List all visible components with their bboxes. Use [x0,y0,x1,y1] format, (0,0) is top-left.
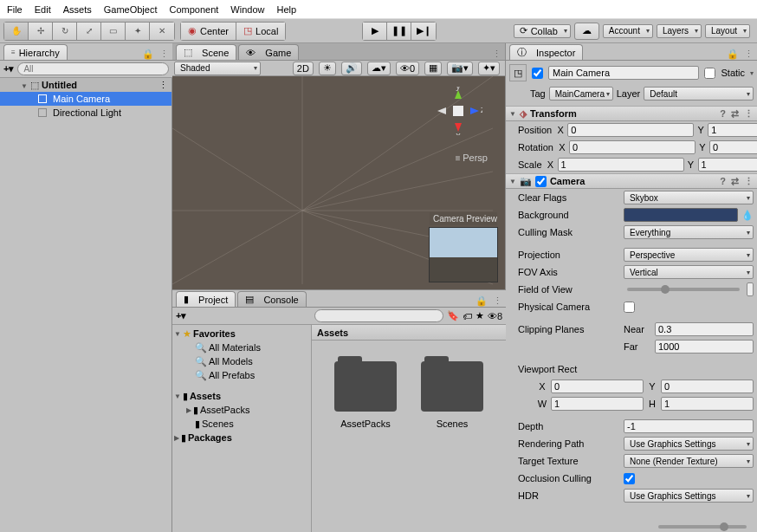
custom-tool[interactable]: ✕ [150,23,174,40]
panel-menu-icon[interactable]: ⋮ [159,49,169,60]
far-value[interactable] [655,340,754,354]
account-dropdown[interactable]: Account [603,24,653,38]
orientation-gizmo[interactable]: y z x [434,87,482,135]
fav-item[interactable]: 🔍 All Models [172,354,311,368]
scene-fx-toggle[interactable]: ☁▾ [367,62,391,75]
game-tab[interactable]: 👁 Game [238,44,299,60]
near-value[interactable] [655,322,754,336]
scl-y[interactable] [698,158,757,172]
camera-header[interactable]: ▼📷Camera?⇄⋮ [506,173,757,189]
fav-item[interactable]: 🔍 All Prefabs [172,368,311,382]
scene-camera-icon[interactable]: 📷▾ [447,62,473,75]
packages-row[interactable]: ▶ ▮ Packages [172,431,311,444]
gameobject-icon[interactable]: ◳ [509,64,527,81]
asset-child[interactable]: ▮ Scenes [172,417,311,431]
shading-dropdown[interactable]: Shaded [174,62,261,75]
help-icon[interactable]: ? [720,176,726,187]
scene-menu-icon[interactable]: ⋮ [159,80,168,91]
menu-window[interactable]: Window [230,4,264,15]
context-menu-icon[interactable]: ⋮ [744,176,754,187]
project-tab[interactable]: ▮ Project [176,291,236,307]
active-checkbox[interactable] [532,68,543,79]
scene-viewport[interactable]: y z x ≡ Persp Camera Preview [172,76,505,289]
fov-value[interactable] [747,282,754,296]
scene-row[interactable]: ▼ ⬚ Untitled ⋮ [0,78,171,92]
vp-x[interactable] [551,380,644,393]
rendering-path-dropdown[interactable]: Use Graphics Settings [624,437,754,451]
cloud-button[interactable]: ☁ [574,23,599,40]
menu-edit[interactable]: Edit [35,4,51,15]
asset-child[interactable]: ▶ ▮ AssetPacks [172,403,311,417]
assets-row[interactable]: ▼ ▮ Assets [172,389,311,403]
rot-x[interactable] [569,140,696,154]
assets-breadcrumb[interactable]: Assets [312,325,506,341]
tag-dropdown[interactable]: MainCamera [549,87,613,101]
hierarchy-search[interactable] [17,62,169,75]
hierarchy-item-directional-light[interactable]: Directional Light [0,106,171,120]
scene-light-toggle[interactable]: ☀ [319,62,336,75]
hidden-count[interactable]: 👁8 [488,311,502,321]
menu-assets[interactable]: Assets [63,4,92,15]
panel-lock-icon[interactable]: 🔒 [727,49,739,60]
menu-component[interactable]: Component [169,4,218,15]
clear-flags-dropdown[interactable]: Skybox [624,191,754,204]
physical-camera-checkbox[interactable] [624,302,635,313]
move-tool[interactable]: ✢ [29,23,53,40]
scl-x[interactable] [558,158,684,172]
mode-2d-button[interactable]: 2D [293,62,314,75]
asset-folder[interactable]: AssetPacks [333,361,398,429]
help-icon[interactable]: ? [720,108,726,120]
fav-item[interactable]: 🔍 All Materials [172,341,311,354]
rot-y[interactable] [709,140,757,154]
panel-menu-icon[interactable]: ⋮ [492,49,501,60]
context-menu-icon[interactable]: ⋮ [744,108,754,120]
search-filter-icon[interactable]: 🔖 [447,310,459,321]
menu-file[interactable]: File [7,4,23,15]
pivot-button[interactable]: ◉Center [181,23,236,40]
scene-audio-toggle[interactable]: 🔊 [341,62,362,75]
panel-menu-icon[interactable]: ⋮ [493,295,502,307]
pos-x[interactable] [567,123,694,137]
vp-w[interactable] [551,397,644,411]
pos-y[interactable] [708,123,757,137]
transform-header[interactable]: ▼⬗Transform?⇄⋮ [506,106,757,121]
play-button[interactable]: ▶ [363,23,387,40]
pause-button[interactable]: ❚❚ [387,23,411,40]
menu-gameobject[interactable]: GameObject [104,4,158,15]
step-button[interactable]: ▶❙ [411,23,436,40]
vp-h[interactable] [661,397,754,411]
layers-dropdown[interactable]: Layers [657,24,702,38]
rotate-tool[interactable]: ↻ [53,23,77,40]
thumbnail-size-slider[interactable] [655,525,750,529]
eyedropper-icon[interactable]: 💧 [741,210,754,221]
occlusion-checkbox[interactable] [624,473,635,484]
object-name-field[interactable] [548,66,699,80]
asset-folder[interactable]: Scenes [419,361,485,429]
depth-value[interactable] [624,419,754,433]
handle-button[interactable]: ◳Local [236,23,285,40]
hierarchy-item-main-camera[interactable]: Main Camera [0,92,171,106]
background-color[interactable] [624,208,738,222]
vp-y[interactable] [661,380,754,393]
hierarchy-tab[interactable]: ≡Hierarchy [3,44,68,60]
project-create-dropdown[interactable]: +▾ [176,310,186,321]
rect-tool[interactable]: ▭ [101,23,126,40]
gizmos-dropdown[interactable]: ✦▾ [478,62,500,75]
create-dropdown[interactable]: +▾ [3,63,14,75]
camera-enabled-checkbox[interactable] [535,176,547,187]
favorite-star-icon[interactable]: ★ [476,310,484,321]
scene-grid-toggle[interactable]: ▦ [424,62,442,75]
culling-mask-dropdown[interactable]: Everything [624,225,754,239]
target-texture-field[interactable]: None (Render Texture) [624,454,754,468]
preset-icon[interactable]: ⇄ [731,176,739,187]
panel-lock-icon[interactable]: 🔒 [476,295,488,307]
project-search[interactable] [314,309,443,322]
hdr-dropdown[interactable]: Use Graphics Settings [624,489,754,503]
collab-dropdown[interactable]: ⟳Collab [514,24,571,38]
console-tab[interactable]: ▤ Console [237,291,306,307]
scene-hidden-toggle[interactable]: 👁0 [396,62,419,75]
layer-dropdown[interactable]: Default [644,87,754,101]
menu-help[interactable]: Help [276,4,296,15]
projection-dropdown[interactable]: Perspective [624,248,754,262]
favorites-row[interactable]: ▼ ★ Favorites [172,327,311,341]
